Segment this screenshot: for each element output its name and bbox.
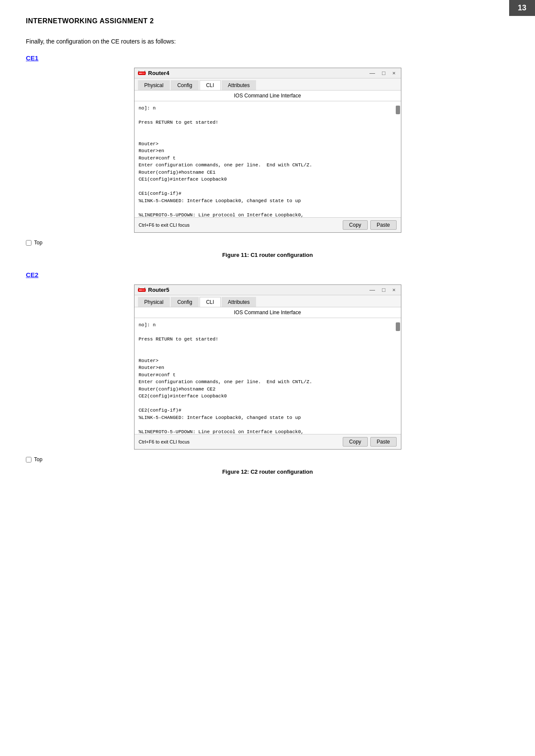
ce1-top-row: Top	[26, 237, 509, 248]
ce1-terminal[interactable]: no]: n Press RETURN to get started! Rout…	[135, 101, 401, 218]
ce2-tab-cli[interactable]: CLI	[200, 297, 221, 307]
ce1-minimize-btn[interactable]: —	[368, 70, 377, 76]
ce2-ios-header: IOS Command Line Interface	[135, 307, 401, 318]
svg-point-8	[139, 290, 140, 291]
svg-point-2	[139, 73, 140, 74]
doc-heading: INTERNETWORKING ASSIGNMENT 2	[26, 17, 509, 25]
ce2-section: CE2 Router5	[26, 271, 509, 475]
svg-rect-5	[144, 71, 145, 72]
ce1-tab-bar: Physical Config CLI Attributes	[135, 78, 401, 91]
ce1-maximize-btn[interactable]: □	[380, 70, 387, 76]
ce1-ctrl-hint: Ctrl+F6 to exit CLI focus	[139, 222, 190, 228]
ce2-router-icon	[138, 287, 146, 293]
ce1-top-label: Top	[34, 240, 42, 246]
ce2-tab-attributes[interactable]: Attributes	[222, 297, 257, 307]
ce2-figure-caption: Figure 12: C2 router configuration	[26, 469, 509, 475]
ce1-heading: CE1	[26, 54, 509, 62]
ce1-router-icon	[138, 70, 146, 76]
ce2-minimize-btn[interactable]: —	[368, 287, 377, 293]
ce2-top-label: Top	[34, 456, 42, 462]
ce1-scrollbar[interactable]	[396, 106, 400, 114]
page-number: 13	[509, 0, 535, 16]
ce1-section: CE1 Router4	[26, 54, 509, 258]
svg-rect-11	[144, 287, 145, 288]
ce1-window-title: Router4	[148, 70, 169, 76]
ce2-router-window: Router5 — □ × Physical Config CLI Attrib…	[134, 284, 401, 450]
svg-point-9	[141, 290, 141, 291]
ce2-tab-physical[interactable]: Physical	[138, 297, 170, 307]
ce2-ctrl-hint: Ctrl+F6 to exit CLI focus	[139, 439, 190, 444]
ce1-tab-physical[interactable]: Physical	[138, 80, 170, 90]
ce1-ios-header: IOS Command Line Interface	[135, 91, 401, 101]
ce1-tab-cli[interactable]: CLI	[200, 80, 221, 90]
ce1-close-btn[interactable]: ×	[391, 70, 397, 76]
ce2-copy-button[interactable]: Copy	[343, 437, 368, 447]
ce2-tab-bar: Physical Config CLI Attributes	[135, 295, 401, 307]
ce2-top-row: Top	[26, 454, 509, 465]
ce1-router-window: Router4 — □ × Physical Config CLI Attrib…	[134, 68, 401, 233]
intro-paragraph: Finally, the configuration on the CE rou…	[26, 38, 509, 45]
ce2-bottom-bar: Ctrl+F6 to exit CLI focus Copy Paste	[135, 434, 401, 449]
ce2-top-checkbox[interactable]	[26, 457, 31, 462]
ce2-tab-config[interactable]: Config	[171, 297, 199, 307]
ce1-copy-button[interactable]: Copy	[343, 220, 368, 230]
ce2-paste-button[interactable]: Paste	[370, 437, 397, 447]
ce1-top-checkbox[interactable]	[26, 240, 31, 246]
ce1-bottom-bar: Ctrl+F6 to exit CLI focus Copy Paste	[135, 218, 401, 232]
ce1-title-bar: Router4 — □ ×	[135, 68, 401, 78]
ce2-terminal[interactable]: no]: n Press RETURN to get started! Rout…	[135, 318, 401, 434]
svg-rect-4	[138, 71, 139, 72]
ce2-scrollbar[interactable]	[396, 322, 400, 331]
ce2-window-title: Router5	[148, 287, 169, 293]
ce2-close-btn[interactable]: ×	[391, 287, 397, 293]
ce1-figure-caption: Figure 11: C1 router configuration	[26, 252, 509, 258]
ce1-tab-attributes[interactable]: Attributes	[222, 80, 257, 90]
svg-rect-10	[138, 287, 139, 288]
svg-point-3	[141, 73, 141, 74]
ce2-title-bar: Router5 — □ ×	[135, 285, 401, 295]
ce2-maximize-btn[interactable]: □	[380, 287, 387, 293]
ce2-heading: CE2	[26, 271, 509, 278]
ce1-tab-config[interactable]: Config	[171, 80, 199, 90]
ce1-paste-button[interactable]: Paste	[370, 220, 397, 230]
